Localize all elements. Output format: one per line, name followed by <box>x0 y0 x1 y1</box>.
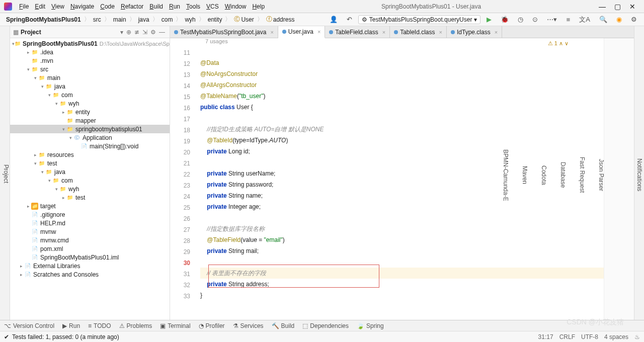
tree-root[interactable]: ▾📁SpringBootMybatisPlus01D:\Tools\JavaWo… <box>10 39 170 48</box>
menu-run[interactable]: Run <box>166 3 183 10</box>
editor-tab[interactable]: TableId.class× <box>390 26 447 38</box>
code-line[interactable]: // 表里面不存在的字段 <box>200 268 604 279</box>
tree-node[interactable]: 📁.mvn <box>10 56 170 65</box>
code-line[interactable] <box>200 157 604 168</box>
menu-file[interactable]: File <box>16 3 32 10</box>
minimize-button[interactable]: — <box>595 3 610 11</box>
code-line[interactable]: @Data <box>200 57 604 68</box>
breadcrumb-item[interactable]: ⒸUser <box>232 15 256 24</box>
back-button[interactable]: ↶ <box>344 15 355 24</box>
tree-node[interactable]: ▾📁test <box>10 159 170 167</box>
tree-node[interactable]: 📄HELP.md <box>10 219 170 227</box>
expand-all-icon[interactable]: ≢ <box>134 29 139 36</box>
breadcrumb-item[interactable]: entity <box>206 16 224 23</box>
close-tab-icon[interactable]: × <box>382 29 385 35</box>
status-item[interactable]: 31:17 <box>538 333 553 340</box>
tree-node[interactable]: ▾📁java <box>10 167 170 176</box>
coverage-button[interactable]: ◷ <box>515 15 526 24</box>
settings-icon[interactable]: ⚙ <box>150 29 156 36</box>
code-line[interactable]: private String password; <box>200 179 604 190</box>
tool-build[interactable]: 🔨Build <box>272 322 295 329</box>
breadcrumb-item[interactable]: main <box>111 16 128 23</box>
stop-button[interactable]: ■ <box>563 15 573 24</box>
code-line[interactable]: @AllArgsConstructor <box>200 79 604 91</box>
menu-tools[interactable]: Tools <box>183 3 203 10</box>
code-line[interactable] <box>200 212 604 223</box>
tool-notifications[interactable]: Notifications <box>635 30 644 320</box>
tool-profiler[interactable]: ◔Profiler <box>199 322 225 329</box>
chevron-down-icon[interactable]: ▾ <box>120 29 123 36</box>
menu-navigate[interactable]: Navigate <box>67 3 97 10</box>
breadcrumb-item[interactable]: com <box>159 16 175 23</box>
run-button[interactable]: ▶ <box>484 15 495 24</box>
tree-node[interactable]: 📄SpringBootMybatisPlus01.iml <box>10 253 170 262</box>
tree-node[interactable]: ▾📁src <box>10 65 170 73</box>
tree-node[interactable]: 📄pom.xml <box>10 244 170 253</box>
code-line[interactable]: public class User { <box>200 102 604 113</box>
status-item[interactable]: 4 spaces <box>604 333 628 340</box>
tree-node[interactable]: ▾📁java <box>10 82 170 91</box>
tree-node[interactable]: ▾📁wyh <box>10 99 170 108</box>
code-line[interactable]: private Integer age; <box>200 201 604 212</box>
inspection-badge[interactable]: ⚠ 1 ∧ ∨ <box>548 40 569 47</box>
project-tool-button[interactable]: Project <box>3 164 10 183</box>
select-target-icon[interactable]: ⊕ <box>126 29 131 36</box>
tree-node[interactable]: ▸📄External Libraries <box>10 262 170 270</box>
tree-node[interactable]: 📄mvnw <box>10 227 170 236</box>
tool-dependencies[interactable]: ⬚Dependencies <box>302 322 349 329</box>
run-config-selector[interactable]: ⚙ TestMybatisPlusSpringBoot.queryUser ▾ <box>358 15 481 24</box>
tree-node[interactable]: ▾ⒸApplication <box>10 133 170 142</box>
breadcrumb-item[interactable]: java <box>136 16 151 23</box>
menu-build[interactable]: Build <box>146 3 166 10</box>
tree-node[interactable]: ▸📁target <box>10 202 170 210</box>
code-line[interactable]: @TableField(value = "email") <box>200 234 604 245</box>
tool-terminal[interactable]: ▣Terminal <box>160 322 190 329</box>
user-icon[interactable]: 👤 <box>327 15 341 24</box>
menu-vcs[interactable]: VCS <box>203 3 222 10</box>
code-line[interactable]: @NoArgsConstructor <box>200 68 604 79</box>
menu-code[interactable]: Code <box>97 3 118 10</box>
code-line[interactable]: private String mail; <box>200 245 604 256</box>
code-line[interactable]: @TableId(type=IdType.AUTO) <box>200 135 604 146</box>
tree-node[interactable]: 📄main(String[]):void <box>10 142 170 150</box>
tool-run[interactable]: ▶Run <box>62 322 80 329</box>
status-item[interactable]: CRLF <box>559 333 575 340</box>
ide-settings-icon[interactable]: ⚙ <box>628 15 640 24</box>
menu-help[interactable]: Help <box>249 3 268 10</box>
settings-icon[interactable]: ◉ <box>613 15 625 24</box>
tree-node[interactable]: 📁mapper <box>10 116 170 125</box>
menu-view[interactable]: View <box>48 3 67 10</box>
tree-node[interactable]: ▸📁.idea <box>10 48 170 56</box>
status-item[interactable]: ♨ <box>634 333 640 340</box>
profile-button[interactable]: ⊙ <box>529 15 541 24</box>
editor-tab[interactable]: TestMybatisPlusSpringBoot.java× <box>170 26 278 38</box>
minimap[interactable] <box>604 38 634 320</box>
tree-node[interactable]: ▾📁com <box>10 176 170 185</box>
collapse-icon[interactable]: ⇲ <box>142 29 147 36</box>
breadcrumb-item[interactable]: SpringBootMybatisPlus01 <box>4 16 83 23</box>
tree-node[interactable]: 📄.gitignore <box>10 210 170 219</box>
editor-tab[interactable]: TableField.class× <box>325 26 390 38</box>
code-line[interactable]: } <box>200 290 604 301</box>
tree-node[interactable]: 📄mvnw.cmd <box>10 236 170 244</box>
tree-node[interactable]: ▸📁test <box>10 193 170 202</box>
editor[interactable]: 1112131415161718192021222324252627282930… <box>170 38 634 320</box>
close-tab-icon[interactable]: × <box>439 29 442 35</box>
editor-tab[interactable]: User.java× <box>278 26 325 38</box>
more-run-button[interactable]: ⋯▾ <box>544 15 560 24</box>
tool-version-control[interactable]: ⌥Version Control <box>4 322 54 329</box>
usages-hint[interactable]: 7 usages <box>200 38 604 44</box>
breadcrumb-item[interactable]: wyh <box>183 16 197 23</box>
menu-refactor[interactable]: Refactor <box>118 3 146 10</box>
code-line[interactable] <box>200 113 604 124</box>
tree-node[interactable]: ▾📁springbootmybatisplus01 <box>10 125 170 133</box>
breadcrumb-item[interactable]: src <box>91 16 103 23</box>
debug-button[interactable]: 🐞 <box>498 15 512 24</box>
tool-problems[interactable]: ⚠Problems <box>119 322 152 329</box>
close-tab-icon[interactable]: × <box>270 29 273 35</box>
tree-node[interactable]: ▸📁entity <box>10 108 170 116</box>
translate-icon[interactable]: 文A <box>576 14 593 25</box>
code-line[interactable]: private String userName; <box>200 168 604 179</box>
tool-spring[interactable]: 🍃Spring <box>357 322 384 329</box>
tool-services[interactable]: ⚗Services <box>233 322 264 329</box>
